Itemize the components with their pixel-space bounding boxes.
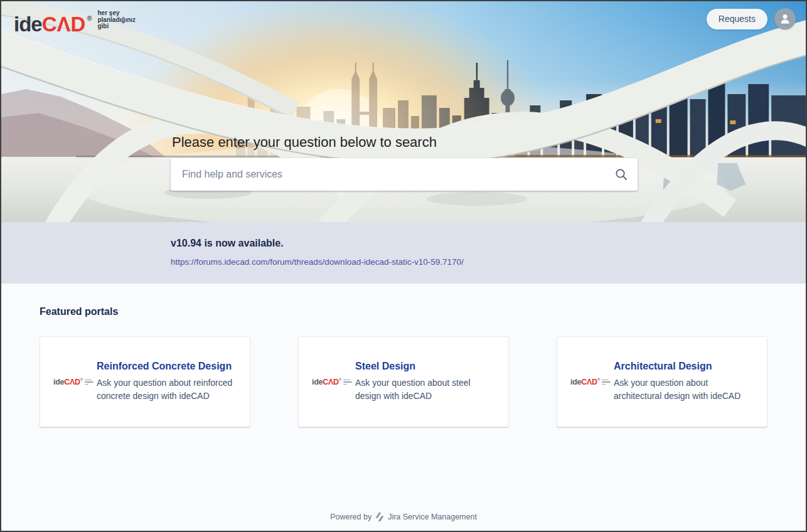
announcement-link[interactable]: https://forums.idecad.com/forum/threads/…: [171, 257, 464, 267]
idecad-logo-text: ideCΛD®: [14, 5, 91, 38]
portal-card-description: Ask your question about reinforced concr…: [97, 376, 238, 403]
portal-card-steel[interactable]: ideCΛD® Steel Design Ask your question a…: [298, 336, 509, 427]
jira-service-management-link[interactable]: Jira Service Management: [388, 513, 477, 521]
portal-card-description: Ask your question about steel design wit…: [355, 376, 497, 403]
search-input[interactable]: [171, 158, 638, 191]
portal-card-architectural[interactable]: ideCΛD® Architectural Design Ask your qu…: [557, 336, 767, 427]
portal-cards: ideCΛD® Reinforced Concrete Design Ask y…: [40, 336, 767, 427]
featured-portals-heading: Featured portals: [40, 306, 767, 317]
help-center-page: ideCΛD® her şey planladığınız gibi Reque…: [0, 0, 807, 532]
idecad-logo: ideCΛD® her şey planladığınız gibi: [14, 5, 136, 38]
announcement-banner: v10.94 is now available. https://forums.…: [1, 222, 806, 284]
mini-logo-tagline: [602, 380, 611, 385]
user-avatar-button[interactable]: [774, 8, 796, 29]
portal-card-description: Ask your question about architectural de…: [614, 376, 756, 403]
mini-logo-tagline: [85, 380, 94, 385]
jira-logo-icon: [375, 513, 384, 521]
registered-mark: ®: [87, 14, 91, 22]
announcement-title: v10.94 is now available.: [171, 238, 781, 249]
search-heading: Please enter your question below to sear…: [172, 134, 638, 151]
hero-banner: ideCΛD® her şey planladığınız gibi Reque…: [1, 1, 806, 222]
user-avatar-icon: [779, 13, 791, 25]
logo-cad: CΛD: [42, 13, 86, 36]
search-box: [171, 158, 638, 191]
powered-by-label: Powered by: [330, 513, 371, 521]
portal-card-title: Steel Design: [355, 361, 497, 372]
idecad-mini-logo: ideCΛD®: [312, 378, 345, 386]
search-icon[interactable]: [614, 168, 628, 181]
logo-tagline: her şey planladığınız gibi: [97, 10, 136, 30]
search-area: Please enter your question below to sear…: [171, 134, 638, 191]
mini-logo-tagline: [343, 380, 352, 385]
top-bar-actions: Requests: [707, 8, 796, 29]
footer: Powered by Jira Service Management: [1, 513, 806, 531]
idecad-mini-logo: ideCΛD®: [53, 378, 86, 386]
top-bar: ideCΛD® her şey planladığınız gibi Reque…: [1, 1, 806, 38]
requests-button[interactable]: Requests: [707, 9, 767, 29]
logo-ide: ide: [14, 13, 42, 36]
portal-card-title: Reinforced Concrete Design: [97, 361, 238, 372]
main-content: Featured portals ideCΛD® Reinforced Conc…: [1, 284, 806, 531]
portal-card-reinforced-concrete[interactable]: ideCΛD® Reinforced Concrete Design Ask y…: [40, 336, 250, 427]
idecad-mini-logo: ideCΛD®: [570, 378, 603, 386]
portal-card-title: Architectural Design: [614, 361, 756, 372]
